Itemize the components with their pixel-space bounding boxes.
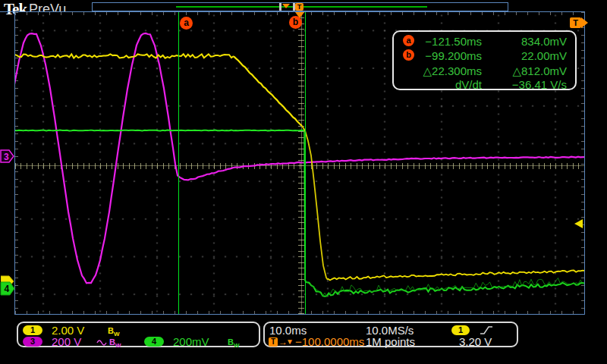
waveform-ch1-low (328, 270, 584, 280)
channel-3-position-badge[interactable]: 3 (0, 149, 15, 163)
record-trigger-marker[interactable]: T (295, 3, 304, 11)
cursor-b-time: −99.200ms (415, 49, 482, 62)
record-length-readout: 1M points (366, 337, 415, 347)
sample-rate-readout: 10.0MS/s (366, 325, 414, 336)
cursor-a-time: −121.50ms (415, 35, 482, 48)
svg-text:4: 4 (5, 284, 10, 294)
trigger-level-arrow-icon[interactable] (574, 219, 583, 228)
channel-3-badge[interactable]: 3 (23, 337, 42, 347)
waveform-ch4-high (15, 130, 304, 131)
cursor-a-badge[interactable]: a (180, 17, 193, 30)
waveform-ch1-fall (302, 126, 328, 280)
window-bracket-left[interactable] (279, 3, 281, 11)
cursor-b-badge[interactable]: b (289, 16, 302, 29)
trigger-source-badge[interactable]: 1 (451, 325, 470, 335)
timebase-readout: 10.0ms (269, 325, 307, 336)
channel-1-scale: 2.00 V (52, 325, 84, 336)
trigger-level-readout: 3.20 V (459, 337, 492, 347)
channel-scales-box: 1 2.00 V BW 3 200 V BW 4 200mV BW (17, 322, 260, 347)
trigger-delay-T-icon: T (269, 337, 278, 347)
cursor-delta-time: △22.300ms (415, 64, 482, 78)
channel-1-badge[interactable]: 1 (23, 325, 42, 335)
cursor-readout-box: a −121.50ms 834.0mV b −99.200ms 22.00mV … (392, 30, 577, 90)
dvdt-label: dV/dt (415, 78, 482, 91)
horizontal-delay-readout: −100.0000ms (295, 337, 364, 347)
svg-text:3: 3 (4, 152, 9, 162)
window-position-marker[interactable] (282, 4, 290, 8)
graticule-top-border-extension (0, 11, 14, 12)
channel-4-position-badge[interactable]: 4 (0, 281, 16, 296)
waveform-ch1-ramp (234, 56, 302, 126)
channel-4-scale: 200mV (173, 337, 209, 347)
trigger-offscreen-badge[interactable]: T (570, 17, 581, 28)
cursor-a-line[interactable] (178, 12, 179, 314)
oscilloscope-screen: Tek PreVu T a b T 3 4 (0, 0, 607, 364)
channel-4-badge[interactable]: 4 (144, 337, 164, 347)
cursor-delta-value: △812.0mV (485, 64, 567, 78)
rising-slope-icon (479, 325, 494, 335)
channel-3-bandwidth-icon: BW (109, 337, 121, 349)
readout-cursor-b-badge: b (403, 49, 414, 61)
delay-marker-icon: ▼ (286, 337, 294, 346)
trigger-offscreen-arrow-icon (581, 17, 588, 28)
channel-3-scale: 200 V (52, 337, 81, 347)
dvdt-value: −36.41 V/s (485, 78, 567, 91)
readout-cursor-a-badge: a (403, 35, 414, 46)
waveform-ch1-top (15, 54, 234, 58)
cursor-a-value: 834.0mV (485, 35, 567, 48)
cursor-b-line[interactable] (305, 12, 306, 314)
channel-1-bandwidth-icon: BW (108, 326, 120, 337)
cursor-b-value: 22.00mV (485, 49, 567, 62)
channel-4-bandwidth-icon: BW (228, 337, 240, 349)
horizontal-trigger-box: 10.0ms 10.0MS/s 1 T → ▼ −100.0000ms 1M p… (263, 322, 518, 347)
ac-coupling-icon (96, 339, 108, 347)
record-overview-bar: T (92, 2, 508, 11)
